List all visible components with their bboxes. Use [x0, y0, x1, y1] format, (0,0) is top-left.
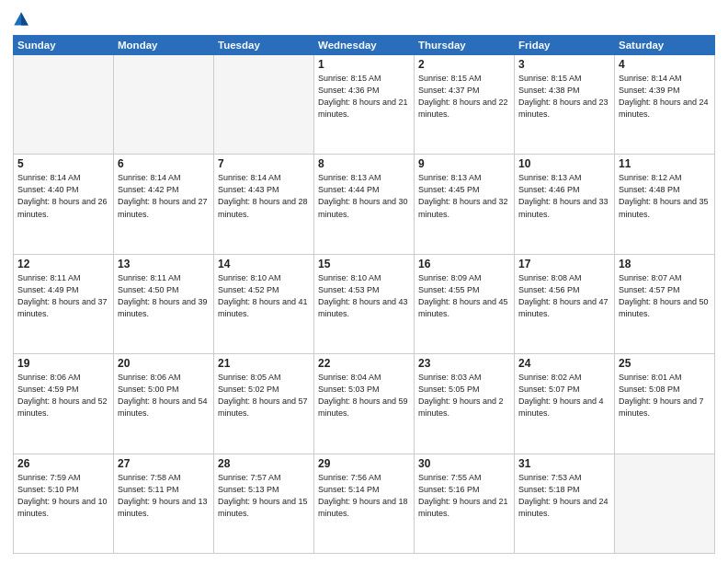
day-number: 31	[518, 457, 610, 470]
day-number: 14	[218, 258, 310, 270]
day-number: 28	[218, 457, 310, 470]
calendar-cell: 10Sunrise: 8:13 AM Sunset: 4:46 PM Dayli…	[515, 155, 615, 254]
day-info: Sunrise: 8:03 AM Sunset: 5:05 PM Dayligh…	[418, 372, 510, 419]
calendar-cell: 1Sunrise: 8:15 AM Sunset: 4:36 PM Daylig…	[314, 55, 415, 155]
calendar-cell: 27Sunrise: 7:58 AM Sunset: 5:11 PM Dayli…	[114, 454, 214, 553]
calendar-cell: 20Sunrise: 8:06 AM Sunset: 5:00 PM Dayli…	[114, 354, 214, 454]
day-number: 20	[118, 357, 210, 370]
calendar-week-3: 12Sunrise: 8:11 AM Sunset: 4:49 PM Dayli…	[14, 254, 715, 353]
calendar-cell: 19Sunrise: 8:06 AM Sunset: 4:59 PM Dayli…	[14, 354, 114, 454]
logo-icon	[13, 9, 29, 29]
day-header-monday: Monday	[114, 36, 214, 55]
day-number: 8	[318, 157, 410, 170]
day-number: 1	[318, 58, 410, 71]
calendar-week-2: 5Sunrise: 8:14 AM Sunset: 4:40 PM Daylig…	[14, 155, 715, 254]
day-number: 24	[518, 357, 610, 370]
day-header-tuesday: Tuesday	[214, 36, 314, 55]
day-info: Sunrise: 7:56 AM Sunset: 5:14 PM Dayligh…	[318, 472, 410, 520]
day-number: 23	[418, 357, 510, 370]
day-number: 6	[118, 157, 210, 170]
calendar-cell: 21Sunrise: 8:05 AM Sunset: 5:02 PM Dayli…	[214, 354, 314, 454]
day-info: Sunrise: 8:06 AM Sunset: 4:59 PM Dayligh…	[17, 372, 109, 419]
day-info: Sunrise: 8:12 AM Sunset: 4:48 PM Dayligh…	[619, 172, 711, 220]
day-info: Sunrise: 7:58 AM Sunset: 5:11 PM Dayligh…	[118, 472, 210, 520]
day-number: 10	[518, 157, 610, 170]
calendar-cell: 23Sunrise: 8:03 AM Sunset: 5:05 PM Dayli…	[415, 354, 515, 454]
day-info: Sunrise: 7:53 AM Sunset: 5:18 PM Dayligh…	[518, 472, 610, 520]
calendar-cell: 24Sunrise: 8:02 AM Sunset: 5:07 PM Dayli…	[515, 354, 615, 454]
calendar-cell	[14, 55, 114, 155]
calendar-cell: 25Sunrise: 8:01 AM Sunset: 5:08 PM Dayli…	[615, 354, 715, 454]
day-number: 30	[418, 457, 510, 470]
calendar-cell: 28Sunrise: 7:57 AM Sunset: 5:13 PM Dayli…	[214, 454, 314, 553]
day-number: 3	[518, 58, 610, 71]
day-info: Sunrise: 8:07 AM Sunset: 4:57 PM Dayligh…	[619, 272, 711, 320]
day-info: Sunrise: 8:15 AM Sunset: 4:37 PM Dayligh…	[418, 73, 510, 121]
calendar-cell: 4Sunrise: 8:14 AM Sunset: 4:39 PM Daylig…	[615, 55, 715, 155]
calendar-cell: 16Sunrise: 8:09 AM Sunset: 4:55 PM Dayli…	[415, 254, 515, 353]
day-number: 29	[318, 457, 410, 470]
calendar-header-row: SundayMondayTuesdayWednesdayThursdayFrid…	[14, 36, 715, 55]
day-info: Sunrise: 8:10 AM Sunset: 4:53 PM Dayligh…	[318, 272, 410, 320]
day-info: Sunrise: 8:15 AM Sunset: 4:38 PM Dayligh…	[518, 73, 610, 121]
day-info: Sunrise: 8:14 AM Sunset: 4:39 PM Dayligh…	[619, 73, 711, 121]
calendar-cell: 17Sunrise: 8:08 AM Sunset: 4:56 PM Dayli…	[515, 254, 615, 353]
day-number: 18	[619, 258, 711, 270]
calendar-cell: 11Sunrise: 8:12 AM Sunset: 4:48 PM Dayli…	[615, 155, 715, 254]
day-info: Sunrise: 8:02 AM Sunset: 5:07 PM Dayligh…	[518, 372, 610, 419]
day-info: Sunrise: 8:15 AM Sunset: 4:36 PM Dayligh…	[318, 73, 410, 121]
day-header-saturday: Saturday	[615, 36, 715, 55]
day-info: Sunrise: 8:08 AM Sunset: 4:56 PM Dayligh…	[518, 272, 610, 320]
day-info: Sunrise: 8:01 AM Sunset: 5:08 PM Dayligh…	[619, 372, 711, 419]
day-info: Sunrise: 8:13 AM Sunset: 4:45 PM Dayligh…	[418, 172, 510, 220]
day-header-sunday: Sunday	[14, 36, 114, 55]
day-number: 12	[17, 258, 109, 270]
svg-marker-1	[21, 12, 28, 25]
day-number: 9	[418, 157, 510, 170]
day-info: Sunrise: 8:13 AM Sunset: 4:44 PM Dayligh…	[318, 172, 410, 220]
day-header-wednesday: Wednesday	[314, 36, 415, 55]
calendar-cell: 29Sunrise: 7:56 AM Sunset: 5:14 PM Dayli…	[314, 454, 415, 553]
day-header-thursday: Thursday	[415, 36, 515, 55]
page: SundayMondayTuesdayWednesdayThursdayFrid…	[0, 0, 728, 563]
calendar-cell: 15Sunrise: 8:10 AM Sunset: 4:53 PM Dayli…	[314, 254, 415, 353]
calendar-cell: 2Sunrise: 8:15 AM Sunset: 4:37 PM Daylig…	[415, 55, 515, 155]
day-info: Sunrise: 8:06 AM Sunset: 5:00 PM Dayligh…	[118, 372, 210, 419]
day-number: 19	[17, 357, 109, 370]
day-info: Sunrise: 8:13 AM Sunset: 4:46 PM Dayligh…	[518, 172, 610, 220]
calendar-week-1: 1Sunrise: 8:15 AM Sunset: 4:36 PM Daylig…	[14, 55, 715, 155]
day-info: Sunrise: 7:57 AM Sunset: 5:13 PM Dayligh…	[218, 472, 310, 520]
day-number: 15	[318, 258, 410, 270]
calendar-cell: 30Sunrise: 7:55 AM Sunset: 5:16 PM Dayli…	[415, 454, 515, 553]
day-info: Sunrise: 8:10 AM Sunset: 4:52 PM Dayligh…	[218, 272, 310, 320]
calendar-cell: 12Sunrise: 8:11 AM Sunset: 4:49 PM Dayli…	[14, 254, 114, 353]
calendar-cell: 14Sunrise: 8:10 AM Sunset: 4:52 PM Dayli…	[214, 254, 314, 353]
header	[13, 9, 715, 29]
calendar-cell	[615, 454, 715, 553]
calendar-cell: 7Sunrise: 8:14 AM Sunset: 4:43 PM Daylig…	[214, 155, 314, 254]
day-number: 4	[619, 58, 711, 71]
day-info: Sunrise: 8:09 AM Sunset: 4:55 PM Dayligh…	[418, 272, 510, 320]
calendar-cell	[214, 55, 314, 155]
day-info: Sunrise: 8:14 AM Sunset: 4:42 PM Dayligh…	[118, 172, 210, 220]
calendar-cell: 31Sunrise: 7:53 AM Sunset: 5:18 PM Dayli…	[515, 454, 615, 553]
logo	[13, 9, 31, 29]
day-number: 27	[118, 457, 210, 470]
day-number: 5	[17, 157, 109, 170]
day-number: 11	[619, 157, 711, 170]
calendar-cell: 3Sunrise: 8:15 AM Sunset: 4:38 PM Daylig…	[515, 55, 615, 155]
day-number: 7	[218, 157, 310, 170]
day-number: 17	[518, 258, 610, 270]
calendar-table: SundayMondayTuesdayWednesdayThursdayFrid…	[13, 35, 715, 554]
calendar-cell: 18Sunrise: 8:07 AM Sunset: 4:57 PM Dayli…	[615, 254, 715, 353]
day-number: 22	[318, 357, 410, 370]
day-header-friday: Friday	[515, 36, 615, 55]
calendar-cell: 9Sunrise: 8:13 AM Sunset: 4:45 PM Daylig…	[415, 155, 515, 254]
day-number: 13	[118, 258, 210, 270]
day-number: 2	[418, 58, 510, 71]
day-number: 16	[418, 258, 510, 270]
day-info: Sunrise: 8:11 AM Sunset: 4:49 PM Dayligh…	[17, 272, 109, 320]
calendar-cell: 22Sunrise: 8:04 AM Sunset: 5:03 PM Dayli…	[314, 354, 415, 454]
day-number: 21	[218, 357, 310, 370]
day-info: Sunrise: 7:59 AM Sunset: 5:10 PM Dayligh…	[17, 472, 109, 520]
